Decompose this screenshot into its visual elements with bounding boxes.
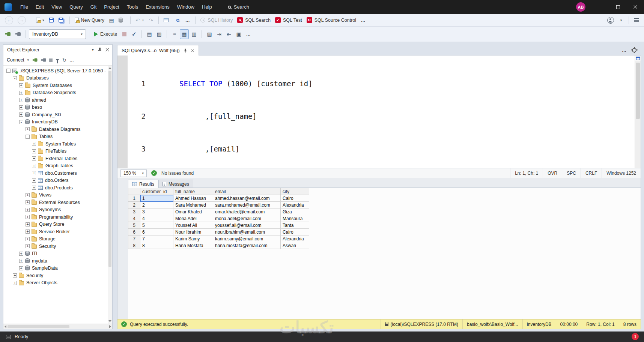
grid-cell[interactable]: ahmed.hassan@email.com (213, 195, 281, 202)
tree-item-ahmed[interactable]: +ahmed (3, 96, 112, 104)
grid-cell[interactable]: Cairo (281, 229, 309, 236)
tree-item-company-sd[interactable]: +Company_SD (3, 111, 112, 118)
expander-icon[interactable]: + (32, 171, 36, 175)
row-header[interactable]: 3 (128, 208, 140, 215)
tree-item-dbo-customers[interactable]: +dbo.Customers (3, 170, 112, 177)
ellipsis-icon[interactable]: … (69, 57, 74, 63)
expander-icon[interactable]: + (26, 200, 30, 204)
grid-cell[interactable]: Hana Mostafa (173, 242, 213, 249)
grid-cell[interactable]: sara.mohamed@email.com (213, 202, 281, 208)
tree-item-graph-tables[interactable]: +Graph Tables (3, 162, 112, 170)
grid-cell[interactable]: Mona Adel (173, 215, 213, 222)
toolbar-options-button[interactable] (632, 15, 641, 25)
gear-icon[interactable] (632, 48, 636, 52)
menu-file[interactable]: File (17, 2, 32, 12)
menu-help[interactable]: Help (198, 2, 216, 12)
row-header[interactable]: 1 (128, 195, 140, 202)
save-button[interactable] (47, 15, 56, 25)
expander-icon[interactable]: + (19, 259, 23, 263)
tree-item-iti[interactable]: +ITI (3, 250, 112, 258)
grid-cell[interactable]: 8 (140, 242, 173, 249)
grid-cell[interactable]: Sara Mohamed (173, 202, 213, 208)
expander-icon[interactable]: + (19, 105, 23, 110)
disconnect-icon[interactable] (43, 58, 46, 62)
pin-icon[interactable] (184, 48, 187, 52)
grid-cell[interactable]: 7 (140, 236, 173, 242)
grid-cell[interactable]: 1 (140, 195, 173, 202)
grid-cell[interactable]: Mansoura (281, 215, 309, 222)
expander-icon[interactable]: + (26, 244, 30, 248)
estimated-plan-button[interactable]: ▤ (145, 29, 154, 39)
tree-item-system-tables[interactable]: +System Tables (3, 140, 112, 148)
table-designer-button[interactable] (162, 15, 173, 25)
tree-item-sampledata[interactable]: +SampleData (3, 265, 112, 272)
results-to-text-button[interactable]: ≡ (170, 29, 179, 39)
grid-cell[interactable]: nour.ibrahim@email.com (213, 229, 281, 236)
expander-icon[interactable]: + (26, 215, 30, 219)
change-connection-button[interactable] (13, 29, 23, 39)
expander-icon[interactable]: + (32, 178, 36, 183)
save-all-button[interactable] (57, 15, 66, 25)
panel-splitter[interactable] (113, 44, 117, 329)
column-header-customer-id[interactable]: customer_id (140, 188, 173, 195)
row-header[interactable]: 2 (128, 202, 140, 208)
results-to-grid-button[interactable]: ▦ (180, 29, 189, 39)
tree-item-database-diagrams[interactable]: +Database Diagrams (3, 126, 112, 133)
grid-cell[interactable]: Ahmed Hassan (173, 195, 213, 202)
new-query-button[interactable]: New Query (73, 15, 107, 25)
filter-icon[interactable] (56, 59, 59, 61)
redgate-overflow-button[interactable]: … (359, 15, 368, 25)
column-header-email[interactable]: email (213, 188, 281, 195)
maximize-button[interactable] (609, 0, 627, 14)
expander-icon[interactable]: + (13, 281, 17, 285)
grid-cell[interactable]: Youssef Ali (173, 222, 213, 229)
tree-item-database-snapshots[interactable]: +Database Snapshots (3, 89, 112, 97)
window-position-button[interactable]: ▾ (92, 47, 94, 52)
tree-item-dbo-orders[interactable]: +dbo.Orders (3, 177, 112, 184)
scroll-thumb[interactable] (8, 325, 69, 328)
grid-cell[interactable]: Cairo (281, 195, 309, 202)
grid-cell[interactable]: youssef.ali@email.com (213, 222, 281, 229)
expander-icon[interactable]: - (13, 76, 17, 80)
zoom-selector[interactable]: 150 % ▾ (120, 170, 147, 177)
menu-project[interactable]: Project (100, 2, 123, 12)
menu-edit[interactable]: Edit (32, 2, 48, 12)
expander-icon[interactable]: + (32, 156, 36, 160)
scrollbar-thumb[interactable] (636, 63, 640, 119)
tree-item-security[interactable]: +Security (3, 243, 112, 250)
grid-cell[interactable]: Giza (281, 208, 309, 215)
database-selector[interactable]: InventoryDB ▾ (29, 29, 86, 39)
background-tasks-icon[interactable] (6, 335, 11, 339)
grid-cell[interactable]: Alexandria (281, 202, 309, 208)
feedback-button[interactable] (605, 15, 616, 25)
toolbar-overflow-button[interactable]: … (183, 15, 192, 25)
expander-icon[interactable]: + (13, 273, 17, 278)
grid-cell[interactable]: 5 (140, 222, 173, 229)
expander-icon[interactable]: + (19, 266, 23, 270)
open-query-button[interactable]: ▤ (107, 15, 116, 25)
column-header-full-name[interactable]: full_name (173, 188, 213, 195)
grid-cell[interactable]: mona.adel@email.com (213, 215, 281, 222)
expander-icon[interactable]: + (26, 230, 30, 234)
tree-item-mydata[interactable]: +mydata (3, 257, 112, 265)
tree-item-views[interactable]: +Views (3, 192, 112, 199)
tree-item-programmability[interactable]: +Programmability (3, 213, 112, 221)
sql-test-button[interactable]: ✓SQL Test (273, 15, 304, 25)
code-editor[interactable]: 1SELECT TOP (1000) [customer_id] 2 ,[ful… (117, 56, 641, 168)
expander-icon[interactable]: + (32, 149, 36, 153)
tab-results[interactable]: Results (128, 180, 158, 188)
row-header[interactable]: 8 (128, 242, 140, 249)
split-editor-button[interactable] (635, 56, 641, 61)
expander-icon[interactable]: + (26, 193, 30, 197)
row-header[interactable]: 5 (128, 222, 140, 229)
tree-item-query-store[interactable]: +Query Store (3, 221, 112, 228)
tree-item-dbo-products[interactable]: +dbo.Products (3, 184, 112, 192)
expander-icon[interactable]: + (32, 142, 36, 146)
pin-button[interactable] (98, 47, 102, 52)
grid-cell[interactable]: karim.samy@email.com (213, 236, 281, 242)
expander-icon[interactable]: + (26, 237, 30, 241)
scroll-left-arrow[interactable] (5, 325, 6, 328)
row-header[interactable]: 7 (128, 236, 140, 242)
grid-cell[interactable]: Tanta (281, 222, 309, 229)
outdent-button[interactable]: ⇤ (224, 29, 233, 39)
